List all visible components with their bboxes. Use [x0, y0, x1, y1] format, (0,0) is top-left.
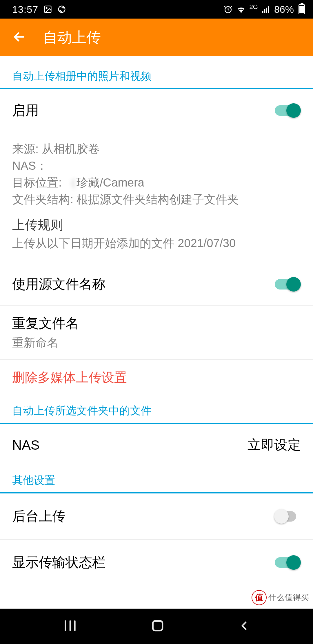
alarm-icon [223, 5, 233, 14]
image-icon [43, 5, 52, 14]
row-duplicate-filename[interactable]: 重复文件名 重新命名 [0, 306, 313, 360]
upload-rule-sub: 上传从以下日期开始添加的文件 2021/07/30 [12, 235, 301, 251]
nas-info-label: NAS： [12, 159, 48, 172]
back-arrow-icon[interactable] [12, 29, 27, 46]
page-title: 自动上传 [43, 28, 101, 47]
section-header-folder-upload: 自动上传所选文件夹中的文件 [0, 397, 313, 424]
home-button[interactable] [150, 618, 165, 634]
target-value-blurred: （ [65, 174, 77, 191]
nas-action-value: 立即设定 [248, 436, 301, 454]
android-nav-bar [0, 609, 313, 644]
app-bar: 自动上传 [0, 19, 313, 56]
content-scroll[interactable]: 自动上传相册中的照片和视频 启用 来源: 从相机胶卷 NAS： 目标位置: （ … [0, 56, 313, 585]
watermark: 值 什么值得买 [252, 590, 309, 605]
watermark-badge: 值 [252, 590, 267, 605]
show-status-bar-toggle[interactable] [275, 555, 301, 570]
status-time: 13:57 [12, 4, 38, 15]
svg-rect-7 [268, 6, 269, 13]
enable-toggle[interactable] [275, 103, 301, 118]
target-label: 目标位置: [12, 176, 62, 189]
row-use-source-name[interactable]: 使用源文件名称 [0, 263, 313, 306]
svg-rect-5 [264, 9, 265, 13]
back-button[interactable] [237, 619, 251, 634]
wifi-icon [236, 4, 246, 14]
network-label: 2G [250, 4, 258, 10]
section-header-other: 其他设置 [0, 466, 313, 493]
upload-rule-title: 上传规则 [12, 216, 301, 234]
duplicate-sub: 重新命名 [12, 335, 301, 351]
source-label: 来源: [12, 142, 39, 155]
use-source-name-label: 使用源文件名称 [12, 275, 105, 293]
sync-icon [57, 5, 66, 14]
svg-rect-4 [262, 11, 263, 13]
row-nas-setup[interactable]: NAS 立即设定 [0, 424, 313, 466]
row-delete-settings[interactable]: 删除多媒体上传设置 [0, 360, 313, 397]
upload-rule-block[interactable]: 上传规则 上传从以下日期开始添加的文件 2021/07/30 [0, 214, 313, 263]
signal-icon [261, 5, 271, 14]
row-show-status-bar[interactable]: 显示传输状态栏 [0, 540, 313, 585]
section-header-media-upload: 自动上传相册中的照片和视频 [0, 56, 313, 89]
row-background-upload[interactable]: 后台上传 [0, 493, 313, 540]
folder-label: 文件夹结构: [12, 193, 73, 206]
source-value: 从相机胶卷 [42, 142, 100, 155]
nas-label: NAS [12, 437, 40, 453]
status-bar: 13:57 2G 86% [0, 0, 313, 19]
use-source-name-toggle[interactable] [275, 277, 301, 292]
battery-icon [299, 4, 305, 14]
svg-rect-6 [266, 8, 267, 13]
enable-label: 启用 [12, 102, 39, 120]
folder-value: 根据源文件夹结构创建子文件夹 [77, 193, 239, 206]
watermark-text: 什么值得买 [268, 592, 309, 603]
delete-settings-label: 删除多媒体上传设置 [12, 369, 127, 386]
battery-percentage: 86% [274, 4, 294, 15]
show-status-bar-label: 显示传输状态栏 [12, 553, 105, 571]
background-upload-label: 后台上传 [12, 507, 65, 525]
target-value-tail: 珍藏/Camera [77, 176, 144, 189]
row-enable[interactable]: 启用 [0, 89, 313, 132]
recent-apps-button[interactable] [62, 618, 78, 635]
background-upload-toggle[interactable] [275, 509, 301, 524]
svg-rect-8 [153, 621, 162, 630]
upload-info-block: 来源: 从相机胶卷 NAS： 目标位置: （ 珍藏/Camera 文件夹结构: … [0, 132, 313, 214]
duplicate-title: 重复文件名 [12, 314, 301, 332]
svg-point-1 [46, 8, 47, 9]
